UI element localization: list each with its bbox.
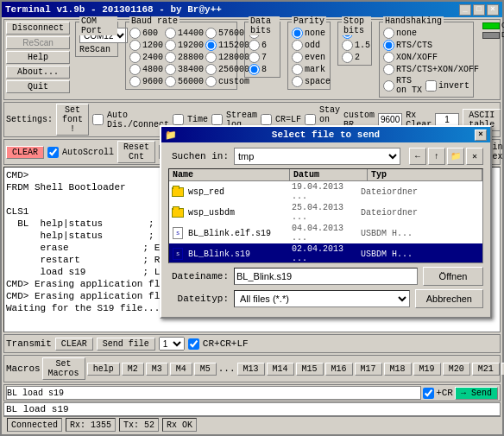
suchen-label: Suchen in:: [168, 151, 229, 161]
file-type-wsp-usbdm: Dateiordner: [361, 208, 481, 218]
dialog-title-text: Select file to send: [272, 130, 380, 140]
file-date-blink-elf: 04.04.2013 ...: [292, 224, 361, 243]
new-folder-button[interactable]: 📁: [447, 148, 464, 165]
dialog-title-bar: 📁 Select file to send ×: [161, 127, 490, 142]
terminal-window: Terminal v1.9b - 201301168 - by Br@y++ _…: [0, 0, 504, 436]
file-row-blink-elf[interactable]: S BL_Blink.elf.s19 04.04.2013 ... USBDM …: [169, 223, 482, 243]
file-date-wsp-usbdm: 25.04.2013 ...: [292, 203, 361, 222]
dateityp-row: Dateityp: All files (*.*) Abbrechen: [168, 289, 483, 308]
suchen-select[interactable]: tmp: [234, 148, 400, 165]
s19-icon-blink-elf: S: [171, 227, 185, 239]
dialog-body: Suchen in: tmp ← ↑ 📁 ✕ Name Datum: [161, 142, 490, 317]
folder-icon-wsp-red: [171, 186, 185, 198]
col-date: Datum: [290, 169, 368, 180]
col-type: Typ: [368, 169, 482, 180]
file-list[interactable]: Name Datum Typ wsp_red 19.04.2013 ... Da…: [168, 168, 483, 263]
file-row-blink-s19[interactable]: S BL_Blink.s19 02.04.2013 ... USBDM H...: [169, 243, 482, 263]
back-button[interactable]: ←: [409, 148, 426, 165]
file-name-wsp-usbdm: wsp_usbdm: [188, 208, 292, 218]
dateityp-label: Dateityp:: [168, 294, 229, 304]
folder-icon-wsp-usbdm: [171, 206, 185, 218]
file-dialog: 📁 Select file to send × Suchen in: tmp ←…: [160, 125, 492, 319]
open-button[interactable]: Öffnen: [423, 267, 483, 286]
dialog-overlay: 📁 Select file to send × Suchen in: tmp ←…: [0, 0, 504, 436]
dateityp-select[interactable]: All files (*.*): [234, 290, 410, 307]
up-button[interactable]: ↑: [428, 148, 445, 165]
delete-button[interactable]: ✕: [466, 148, 483, 165]
file-name-wsp-red: wsp_red: [188, 187, 292, 197]
file-name-blink-s19: BL_Blink.s19: [188, 250, 292, 259]
cancel-button[interactable]: Abbrechen: [415, 289, 483, 308]
file-type-blink-s19: USBDM H...: [361, 250, 481, 259]
col-name: Name: [169, 169, 290, 180]
dialog-toolbar: ← ↑ 📁 ✕: [409, 148, 483, 165]
s19-icon-blink-s19: S: [171, 248, 185, 260]
file-row-wsp-usbdm[interactable]: wsp_usbdm 25.04.2013 ... Dateiordner: [169, 202, 482, 223]
file-list-header: Name Datum Typ: [169, 169, 482, 181]
file-name-blink-elf: BL_Blink.elf.s19: [188, 229, 292, 238]
file-date-wsp-red: 19.04.2013 ...: [292, 182, 361, 201]
dialog-close-button[interactable]: ×: [475, 130, 487, 141]
file-row-wsp-red[interactable]: wsp_red 19.04.2013 ... Dateiordner: [169, 181, 482, 202]
file-type-blink-elf: USBDM H...: [361, 229, 481, 238]
suchen-row: Suchen in: tmp ← ↑ 📁 ✕: [168, 148, 483, 165]
dateiname-row: Dateiname: Öffnen: [168, 267, 483, 286]
file-type-wsp-red: Dateiordner: [361, 187, 481, 197]
dialog-title-icon: 📁: [165, 130, 177, 141]
file-date-blink-s19: 02.04.2013 ...: [292, 244, 361, 263]
dateiname-label: Dateiname:: [168, 271, 229, 281]
dateiname-input[interactable]: [234, 268, 418, 285]
